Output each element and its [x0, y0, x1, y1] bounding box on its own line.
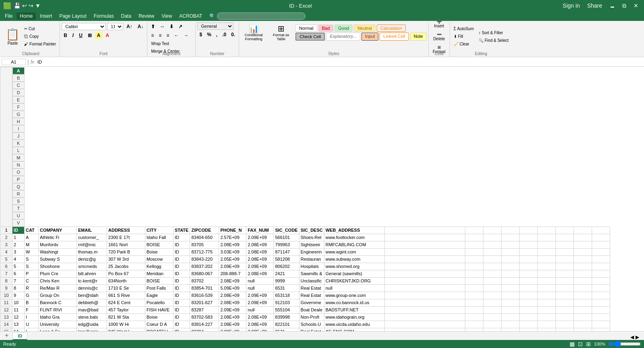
table-cell[interactable]: 5 — [12, 263, 25, 270]
empty-cell[interactable] — [483, 241, 501, 248]
empty-cell[interactable] — [384, 321, 465, 328]
table-cell[interactable]: 2.09E+09 — [246, 299, 274, 306]
empty-cell[interactable] — [574, 328, 592, 331]
menu-data[interactable]: Data — [118, 12, 134, 20]
empty-cell[interactable] — [501, 248, 519, 255]
col-header-c[interactable]: C — [12, 82, 25, 89]
table-cell[interactable]: www.wgint.com — [324, 248, 384, 255]
empty-cell[interactable] — [574, 241, 592, 248]
empty-cell[interactable] — [384, 284, 465, 292]
empty-cell[interactable] — [555, 313, 574, 321]
empty-cell[interactable] — [465, 284, 483, 292]
table-cell[interactable]: tc-kent@r — [77, 277, 107, 284]
row-num-13[interactable]: 13 — [0, 313, 12, 321]
table-cell[interactable]: Group On — [39, 292, 77, 299]
table-cell[interactable]: customer_ — [77, 234, 107, 241]
table-cell[interactable]: dennis@c — [77, 284, 107, 292]
col-header-b[interactable]: B — [12, 74, 25, 82]
table-cell[interactable]: Real Estat — [299, 292, 324, 299]
table-cell[interactable]: 8 — [12, 284, 25, 292]
table-cell[interactable]: 822101 — [274, 321, 299, 328]
empty-cell[interactable] — [537, 248, 555, 255]
table-cell[interactable]: ID — [173, 299, 190, 306]
table-cell[interactable]: 2.09E+09 — [246, 292, 274, 299]
share-button[interactable]: Share — [585, 2, 605, 10]
table-cell[interactable]: ID — [173, 241, 190, 248]
style-explanatory-button[interactable]: Explanatory... — [326, 33, 360, 41]
empty-cell[interactable] — [501, 277, 519, 284]
table-cell[interactable]: 2.09E+09 — [246, 263, 274, 270]
currency-button[interactable]: $ — [197, 31, 204, 39]
table-cell[interactable]: 2300 E 17t — [107, 234, 145, 241]
italic-button[interactable]: I — [70, 31, 76, 39]
add-sheet-button[interactable]: + — [2, 331, 12, 340]
fill-button[interactable]: ⬇ Fill — [452, 33, 476, 40]
table-cell[interactable]: Po Box 67 — [107, 270, 145, 277]
menu-home[interactable]: Home — [17, 12, 36, 20]
menu-insert[interactable]: Insert — [37, 12, 55, 20]
empty-cell[interactable] — [384, 255, 465, 263]
table-cell[interactable]: 307 W 3rd — [107, 255, 145, 263]
empty-cell[interactable] — [501, 299, 519, 306]
clear-button[interactable]: 🧹 Clear — [452, 41, 476, 47]
table-cell[interactable]: Chris Ken — [39, 277, 77, 284]
empty-cell[interactable] — [501, 241, 519, 248]
table-cell[interactable]: Bannock C — [39, 299, 77, 306]
empty-cell[interactable] — [537, 284, 555, 292]
table-cell[interactable]: 2.09E+09 — [219, 263, 246, 270]
number-format-select[interactable]: General — [197, 23, 233, 30]
table-cell[interactable]: null — [246, 277, 274, 284]
search-input[interactable] — [217, 12, 305, 20]
empty-cell[interactable] — [574, 284, 592, 292]
empty-cell[interactable] — [501, 234, 519, 241]
format-painter-button[interactable]: 🖌Format Painter — [22, 41, 58, 47]
cell-t1[interactable] — [555, 227, 574, 234]
empty-cell[interactable] — [537, 234, 555, 241]
restore-button[interactable]: ⧉ — [620, 2, 629, 10]
empty-cell[interactable] — [555, 241, 574, 248]
empty-cell[interactable] — [465, 328, 483, 331]
row-num-3[interactable]: 3 — [0, 241, 12, 248]
empty-cell[interactable] — [384, 241, 465, 248]
empty-cell[interactable] — [574, 321, 592, 328]
empty-cell[interactable] — [501, 284, 519, 292]
empty-cell[interactable] — [465, 255, 483, 263]
table-cell[interactable]: 83854-701 — [190, 284, 219, 292]
table-cell[interactable]: Eagle — [145, 292, 173, 299]
table-cell[interactable]: 2.08E+09 — [246, 321, 274, 328]
table-cell[interactable]: ID — [173, 328, 190, 331]
empty-cell[interactable] — [483, 270, 501, 277]
empty-cell[interactable] — [384, 234, 465, 241]
empty-cell[interactable] — [574, 248, 592, 255]
empty-cell[interactable] — [483, 248, 501, 255]
col-header-t[interactable]: T — [12, 205, 25, 212]
col-header-g[interactable]: G — [12, 111, 25, 118]
empty-cell[interactable] — [501, 270, 519, 277]
fill-color-button[interactable]: A — [95, 31, 103, 39]
scroll-sheets-right[interactable]: ▶ — [636, 334, 639, 340]
font-size-select[interactable]: 11 — [107, 23, 123, 30]
empty-cell[interactable] — [555, 284, 574, 292]
table-cell[interactable]: 634North — [107, 277, 145, 284]
style-check-cell-button[interactable]: Check Cell — [295, 33, 325, 41]
cell-h1[interactable]: ZIPCODE — [190, 227, 219, 234]
table-cell[interactable]: AE-ENG.COM — [324, 328, 384, 331]
col-header-q[interactable]: Q — [12, 183, 25, 190]
increase-font-button[interactable]: A↑ — [124, 23, 134, 31]
empty-cell[interactable] — [574, 270, 592, 277]
style-input-button[interactable]: Input — [361, 33, 378, 41]
table-cell[interactable]: 83680-067 — [190, 270, 219, 277]
col-header-f[interactable]: F — [12, 103, 25, 111]
table-cell[interactable]: smcmeds — [77, 263, 107, 270]
table-cell[interactable]: A — [25, 234, 39, 241]
empty-cell[interactable] — [574, 299, 592, 306]
table-cell[interactable]: 1000 W Hi — [107, 321, 145, 328]
row-num-14[interactable]: 14 — [0, 321, 12, 328]
table-cell[interactable]: 14 — [12, 328, 25, 331]
table-cell[interactable]: www.uicda.uidaho.edu — [324, 321, 384, 328]
col-header-p[interactable]: P — [12, 176, 25, 183]
table-cell[interactable]: S — [25, 255, 39, 263]
table-cell[interactable]: C — [25, 277, 39, 284]
decrease-font-button[interactable]: A↓ — [136, 23, 146, 31]
table-cell[interactable]: ID — [173, 263, 190, 270]
